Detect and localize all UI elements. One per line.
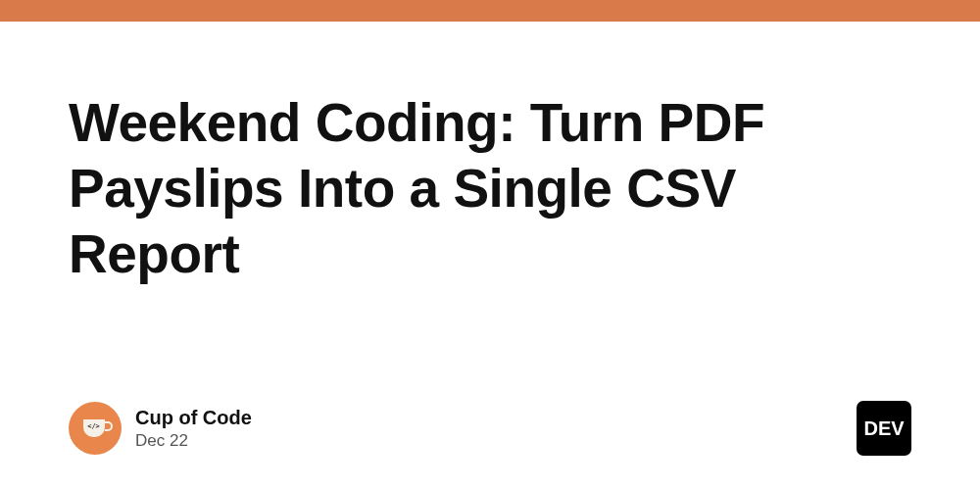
article-title: Weekend Coding: Turn PDF Payslips Into a… (69, 90, 911, 287)
author-name: Cup of Code (135, 405, 252, 430)
article-header: Weekend Coding: Turn PDF Payslips Into a… (0, 22, 980, 287)
coffee-cup-icon: </> (83, 419, 105, 437)
author-info: Cup of Code Dec 22 (135, 405, 252, 452)
author-block[interactable]: </> Cup of Code Dec 22 (69, 402, 252, 455)
accent-top-bar (0, 0, 980, 22)
post-date: Dec 22 (135, 430, 252, 452)
article-footer: </> Cup of Code Dec 22 DEV (69, 401, 911, 456)
author-avatar: </> (69, 402, 122, 455)
platform-badge-label: DEV (863, 417, 904, 440)
platform-badge[interactable]: DEV (857, 401, 911, 456)
